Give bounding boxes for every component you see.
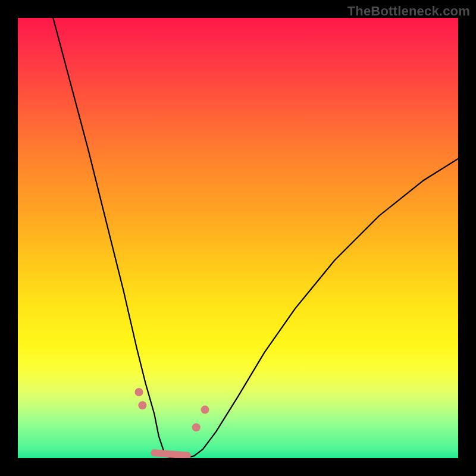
bottom-highlight-segment [154,453,187,455]
highlight-dot [138,401,146,409]
right-curve [183,159,459,458]
highlight-dot [192,423,201,431]
plot-area [18,18,458,458]
highlight-dot [201,406,209,414]
chart-svg [18,18,458,458]
highlight-dot [135,388,143,396]
watermark-text: TheBottleneck.com [347,4,470,19]
bottom-highlight-dots [135,388,209,431]
outer-frame: TheBottleneck.com [0,0,476,476]
left-curve [53,18,183,458]
